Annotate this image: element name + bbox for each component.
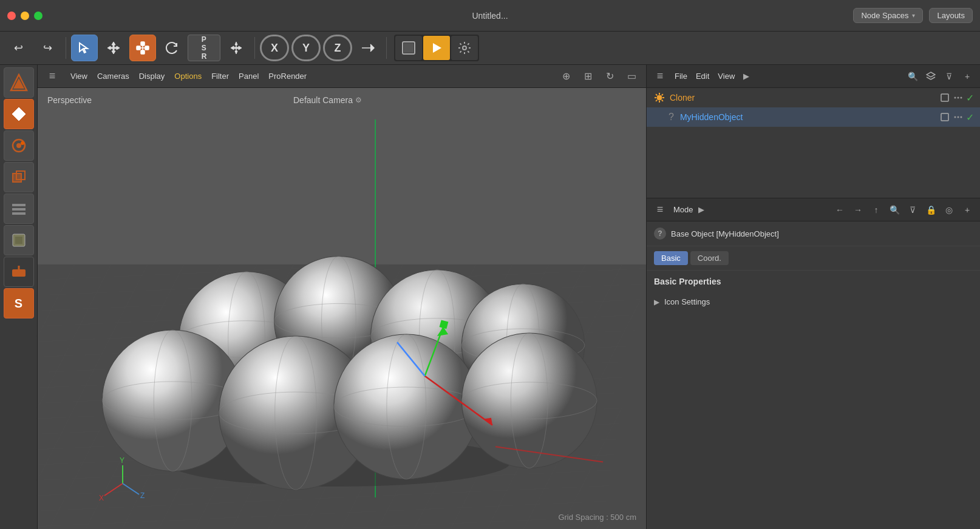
minimize-button[interactable] [21,12,29,20]
select-tool-button[interactable] [71,35,98,61]
viewport-menu-prorender[interactable]: ProRender [268,72,307,81]
viewport-menu-display[interactable]: Display [139,72,165,81]
properties-mode-label: Mode [671,205,696,214]
svg-marker-12 [12,107,26,121]
svg-rect-7 [404,43,413,53]
properties-filter-icon[interactable]: ⊽ [905,202,920,218]
properties-hamburger[interactable]: ≡ [652,201,669,218]
object-tree-right-icons: 🔍 ⊽ + [905,69,975,84]
scale-tool-button[interactable] [129,35,156,61]
titlebar-right: Node Spaces ▾ Layouts [853,8,973,23]
properties-target-icon[interactable]: ◎ [941,202,957,218]
svg-point-77 [961,97,962,99]
render-settings-button[interactable] [451,36,478,60]
layouts-dropdown[interactable]: Layouts [929,8,973,23]
properties-up-icon[interactable]: ↑ [868,202,884,218]
viewport-layout-icon[interactable]: ▭ [623,68,640,85]
viewport-hamburger-menu[interactable]: ≡ [44,68,61,85]
arrow-tool-button[interactable] [355,35,381,61]
transform-tool-button[interactable] [223,35,250,61]
psr-label: PSR [202,35,207,61]
svg-rect-20 [12,208,26,211]
svg-rect-24 [12,269,26,277]
camera-icon: ⚙ [355,96,362,104]
axis-x-button[interactable]: X [260,35,289,61]
properties-lock-icon[interactable]: 🔒 [923,202,939,218]
object-tree-view[interactable]: View [715,72,737,81]
object-tree-search-icon[interactable]: 🔍 [905,69,920,84]
properties-panel: ≡ Mode ▶ ← → ↑ 🔍 ⊽ 🔒 ◎ + ? Base Object [… [647,198,980,529]
object-tree-file[interactable]: File [672,72,690,81]
psr-button[interactable]: PSR [188,35,220,61]
cloner-visible-icon[interactable]: ✓ [966,92,974,104]
object-tree-layers-icon[interactable] [923,69,939,84]
properties-icon-settings-item[interactable]: ▶ Icon Settings [647,292,980,311]
sidebar-tool-6[interactable] [4,225,34,255]
tab-basic[interactable]: Basic [654,251,688,265]
properties-help-icon[interactable]: ? [654,227,666,240]
sidebar-tool-4[interactable] [4,162,34,192]
render-frame-button[interactable] [395,36,422,60]
chevron-down-icon: ▾ [912,12,915,19]
viewport-rotate-icon[interactable]: ↻ [601,68,618,85]
hidden-object-actions: ✓ [939,112,974,123]
move-tool-button[interactable] [100,35,127,61]
viewport-expand-icon[interactable]: ⊕ [557,68,574,85]
svg-point-73 [657,95,662,100]
node-spaces-dropdown[interactable]: Node Spaces ▾ [853,8,923,23]
sidebar-tool-8[interactable]: S [4,288,34,318]
node-spaces-label: Node Spaces [861,11,908,20]
viewport-menu-cameras[interactable]: Cameras [97,72,129,81]
tree-row-hidden-object[interactable]: ? MyHiddenObject [647,107,980,127]
properties-search-icon[interactable]: 🔍 [886,202,902,218]
hidden-object-label: MyHiddenObject [680,112,936,122]
viewport-canvas[interactable]: Y X Z Perspective Default Camera ⚙ Grid … [38,88,646,529]
main-content: S ≡ View Cameras Display Options Filter … [0,65,980,529]
object-tree-filter-icon[interactable]: ⊽ [941,69,957,84]
axis-y-button[interactable]: Y [291,35,321,61]
close-button[interactable] [7,12,16,20]
viewport-menu-options[interactable]: Options [174,72,202,81]
object-tree-edit[interactable]: Edit [693,72,712,81]
svg-rect-18 [13,174,21,182]
object-tree-arrow-right[interactable]: ▶ [741,72,752,81]
viewport-container: ≡ View Cameras Display Options Filter Pa… [38,65,646,529]
hidden-object-visible-icon[interactable]: ✓ [966,112,974,123]
properties-back-icon[interactable]: ← [832,202,848,218]
sidebar-tool-2[interactable] [4,99,34,129]
traffic-lights [7,12,43,20]
hidden-object-dots-icon[interactable] [953,112,964,123]
object-tree-add-icon[interactable]: + [959,69,975,84]
redo-button[interactable]: ↪ [34,35,61,61]
maximize-button[interactable] [34,12,43,20]
viewport-menu-filter[interactable]: Filter [211,72,229,81]
sidebar-tool-3[interactable] [4,130,34,161]
undo-button[interactable]: ↩ [5,35,32,61]
object-tree-hamburger[interactable]: ≡ [652,68,669,85]
svg-point-51 [334,334,479,479]
render-play-button[interactable] [423,36,450,60]
axis-indicator: Y X Z [95,453,150,508]
sidebar-tool-5[interactable] [4,194,34,224]
rotate-tool-button[interactable] [158,35,185,61]
svg-point-14 [16,143,21,148]
hidden-object-question-icon: ? [669,112,674,123]
sidebar-tool-7[interactable] [4,257,34,287]
grid-spacing-label: Grid Spacing : 500 cm [558,513,636,522]
viewport-menu-panel[interactable]: Panel [239,72,259,81]
axis-z-button[interactable]: Z [323,35,352,61]
properties-add-icon[interactable]: + [959,202,975,218]
viewport-grid-icon[interactable]: ⊞ [579,68,596,85]
tree-row-cloner[interactable]: Cloner ✓ [647,88,980,107]
properties-forward-icon[interactable]: → [850,202,866,218]
properties-mode-arrow[interactable]: ▶ [698,205,704,214]
sphere-front-right [461,333,597,468]
hidden-object-edit-icon[interactable] [939,112,950,123]
cloner-edit-icon[interactable] [939,92,950,103]
svg-point-79 [954,116,956,118]
viewport-menu-view[interactable]: View [70,72,87,81]
cloner-dots-icon[interactable] [953,92,964,103]
svg-text:Z: Z [140,491,145,500]
tab-coord[interactable]: Coord. [690,251,729,265]
sidebar-tool-1[interactable] [4,67,34,98]
